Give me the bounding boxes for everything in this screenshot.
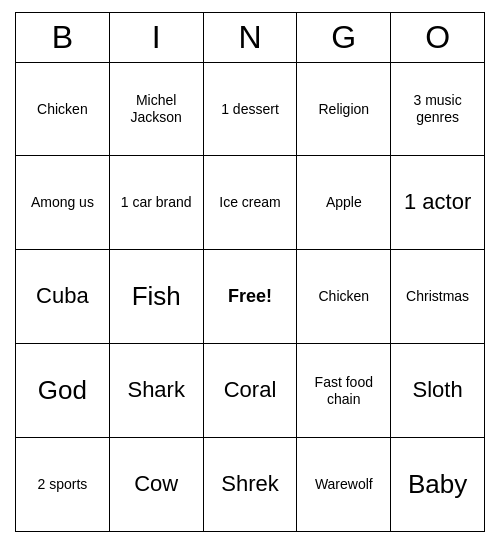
bingo-board: B I N G O Chicken Michel Jackson 1 desse… xyxy=(15,12,485,532)
header-b: B xyxy=(15,12,110,62)
cell-3-1: Shark xyxy=(110,344,204,438)
cell-1-0: Among us xyxy=(15,156,110,250)
header-o: O xyxy=(391,12,485,62)
cell-4-1: Cow xyxy=(110,438,204,532)
cell-0-2: 1 dessert xyxy=(204,62,298,156)
cell-4-2: Shrek xyxy=(204,438,298,532)
cell-4-3: Warewolf xyxy=(297,438,391,532)
cell-1-2: Ice cream xyxy=(204,156,298,250)
cell-3-2: Coral xyxy=(204,344,298,438)
bingo-row: Cuba Fish Free! Chicken Christmas xyxy=(15,250,485,344)
cell-0-1: Michel Jackson xyxy=(110,62,204,156)
header-i: I xyxy=(110,12,204,62)
cell-4-4: Baby xyxy=(391,438,485,532)
bingo-row: 2 sports Cow Shrek Warewolf Baby xyxy=(15,438,485,532)
cell-3-4: Sloth xyxy=(391,344,485,438)
cell-2-4: Christmas xyxy=(391,250,485,344)
cell-3-3: Fast food chain xyxy=(297,344,391,438)
cell-0-3: Religion xyxy=(297,62,391,156)
bingo-grid: Chicken Michel Jackson 1 dessert Religio… xyxy=(15,62,485,532)
bingo-row: Chicken Michel Jackson 1 dessert Religio… xyxy=(15,62,485,156)
cell-2-1: Fish xyxy=(110,250,204,344)
cell-2-2-free: Free! xyxy=(204,250,298,344)
cell-1-3: Apple xyxy=(297,156,391,250)
cell-2-0: Cuba xyxy=(15,250,110,344)
cell-1-1: 1 car brand xyxy=(110,156,204,250)
bingo-header: B I N G O xyxy=(15,12,485,62)
bingo-row: Among us 1 car brand Ice cream Apple 1 a… xyxy=(15,156,485,250)
header-g: G xyxy=(297,12,391,62)
cell-0-4: 3 music genres xyxy=(391,62,485,156)
cell-1-4: 1 actor xyxy=(391,156,485,250)
bingo-row: God Shark Coral Fast food chain Sloth xyxy=(15,344,485,438)
cell-2-3: Chicken xyxy=(297,250,391,344)
cell-0-0: Chicken xyxy=(15,62,110,156)
cell-3-0: God xyxy=(15,344,110,438)
cell-4-0: 2 sports xyxy=(15,438,110,532)
header-n: N xyxy=(204,12,298,62)
